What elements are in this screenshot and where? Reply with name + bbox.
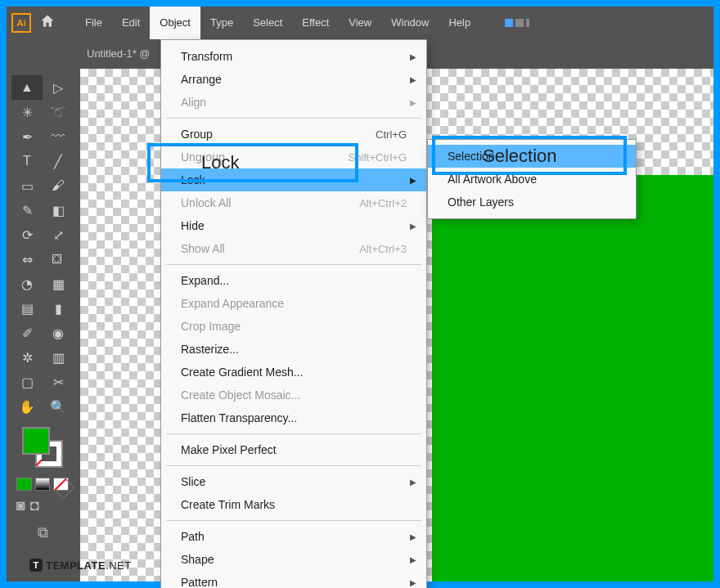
draw-normal-icon[interactable]: ◙ — [16, 497, 25, 514]
watermark-text: TEMPLATE.NET — [46, 559, 132, 572]
color-mode-row — [11, 476, 74, 492]
menu-item-shape[interactable]: Shape▶ — [161, 548, 426, 571]
tools-panel: ▲▷ ✳➰ ✒〰 T╱ ▭🖌 ✎◧ ⟳⤢ ⇔⛋ ◔▦ ▤▮ ✐◉ ✲▥ ▢✂ ✋… — [11, 72, 74, 550]
menu-item-align: Align▶ — [161, 91, 426, 114]
gradient-tool[interactable]: ▮ — [43, 296, 74, 321]
menu-item-make-pixel-perfect[interactable]: Make Pixel Perfect — [161, 438, 426, 461]
direct-selection-tool[interactable]: ▷ — [43, 75, 74, 100]
app-window: Ai File Edit Object Type Select Effect V… — [7, 7, 713, 581]
width-tool[interactable]: ⇔ — [11, 247, 43, 272]
menu-item-crop-image: Crop Image — [161, 315, 426, 338]
menu-item-slice[interactable]: Slice▶ — [161, 470, 426, 493]
submenu-selection[interactable]: Selection — [428, 145, 636, 168]
menu-item-pattern[interactable]: Pattern▶ — [161, 571, 426, 588]
menu-item-group[interactable]: GroupCtrl+G — [161, 123, 426, 146]
rotate-tool[interactable]: ⟳ — [11, 222, 43, 247]
artwork-rectangle[interactable] — [432, 175, 713, 581]
menu-item-create-gradient-mesh-[interactable]: Create Gradient Mesh... — [161, 361, 426, 384]
menu-item-lock[interactable]: Lock▶ — [161, 168, 426, 191]
line-tool[interactable]: ╱ — [43, 149, 74, 173]
eraser-tool[interactable]: ◧ — [43, 198, 74, 222]
slice-tool[interactable]: ✂ — [43, 370, 74, 394]
menu-view[interactable]: View — [339, 7, 381, 39]
menu-item-flatten-transparency-[interactable]: Flatten Transparency... — [161, 406, 426, 429]
menu-separator — [166, 433, 421, 434]
menu-edit[interactable]: Edit — [112, 7, 150, 39]
hand-tool[interactable]: ✋ — [11, 394, 43, 419]
color-mode-gradient[interactable] — [35, 478, 51, 491]
menu-item-expand-appearance: Expand Appearance — [161, 292, 426, 315]
menu-type[interactable]: Type — [200, 7, 243, 39]
menu-help[interactable]: Help — [439, 7, 480, 39]
workspace-switcher-icon[interactable] — [505, 19, 529, 27]
menu-separator — [166, 465, 421, 466]
document-tab[interactable]: Untitled-1* @ — [87, 47, 151, 60]
zoom-tool[interactable]: 🔍 — [43, 394, 74, 419]
menu-file[interactable]: File — [75, 7, 112, 39]
object-menu-dropdown: Transform▶Arrange▶Align▶GroupCtrl+GUngro… — [160, 39, 427, 588]
artboard-tool[interactable]: ▢ — [11, 370, 43, 394]
pen-tool[interactable]: ✒ — [11, 124, 43, 149]
submenu-all-artwork-above[interactable]: All Artwork Above — [428, 168, 636, 191]
shaper-tool[interactable]: ✎ — [11, 198, 43, 222]
menu-item-create-trim-marks[interactable]: Create Trim Marks — [161, 493, 426, 516]
menu-window[interactable]: Window — [381, 7, 439, 39]
color-mode-color[interactable] — [16, 478, 32, 491]
submenu-other-layers[interactable]: Other Layers — [428, 191, 636, 213]
lock-submenu: Selection All Artwork Above Other Layers — [427, 139, 637, 219]
menu-select[interactable]: Select — [243, 7, 292, 39]
menu-object[interactable]: Object — [150, 7, 200, 39]
graph-tool[interactable]: ▥ — [43, 345, 74, 370]
perspective-tool[interactable]: ▦ — [43, 272, 74, 296]
curvature-tool[interactable]: 〰 — [43, 124, 74, 149]
menu-item-transform[interactable]: Transform▶ — [161, 45, 426, 68]
menubar: Ai File Edit Object Type Select Effect V… — [7, 7, 713, 39]
free-transform-tool[interactable]: ⛋ — [43, 247, 74, 272]
menu-item-ungroup: UngroupShift+Ctrl+G — [161, 146, 426, 168]
blend-tool[interactable]: ◉ — [43, 321, 74, 345]
menu-item-path[interactable]: Path▶ — [161, 525, 426, 548]
app-logo: Ai — [11, 13, 31, 33]
rectangle-tool[interactable]: ▭ — [11, 173, 43, 198]
menu-effect[interactable]: Effect — [292, 7, 339, 39]
watermark: T TEMPLATE.NET — [29, 559, 132, 572]
mesh-tool[interactable]: ▤ — [11, 296, 43, 321]
color-mode-none[interactable] — [53, 478, 69, 491]
type-tool[interactable]: T — [11, 149, 43, 173]
home-button[interactable] — [39, 13, 59, 33]
menu-item-show-all: Show AllAlt+Ctrl+3 — [161, 237, 426, 260]
menu-separator — [166, 264, 421, 265]
screen-mode-button[interactable]: ⧉ — [11, 519, 74, 546]
menu-separator — [166, 520, 421, 521]
menu-item-hide[interactable]: Hide▶ — [161, 214, 426, 237]
shape-builder-tool[interactable]: ◔ — [11, 272, 43, 296]
eyedropper-tool[interactable]: ✐ — [11, 321, 43, 345]
fill-swatch[interactable] — [22, 427, 50, 455]
paintbrush-tool[interactable]: 🖌 — [43, 173, 74, 198]
watermark-badge: T — [29, 559, 43, 572]
lasso-tool[interactable]: ➰ — [43, 100, 74, 124]
menu-item-create-object-mosaic-: Create Object Mosaic... — [161, 384, 426, 406]
draw-behind-icon[interactable]: ◘ — [30, 497, 39, 514]
fill-stroke-swatch[interactable] — [22, 427, 63, 468]
menu-item-arrange[interactable]: Arrange▶ — [161, 68, 426, 91]
menu-item-rasterize-[interactable]: Rasterize... — [161, 338, 426, 361]
menu-item-unlock-all: Unlock AllAlt+Ctrl+2 — [161, 191, 426, 214]
symbol-sprayer-tool[interactable]: ✲ — [11, 345, 43, 370]
menu-item-expand-[interactable]: Expand... — [161, 269, 426, 292]
scale-tool[interactable]: ⤢ — [43, 222, 74, 247]
selection-tool[interactable]: ▲ — [11, 75, 43, 100]
menu-separator — [166, 118, 421, 119]
magic-wand-tool[interactable]: ✳ — [11, 100, 43, 124]
